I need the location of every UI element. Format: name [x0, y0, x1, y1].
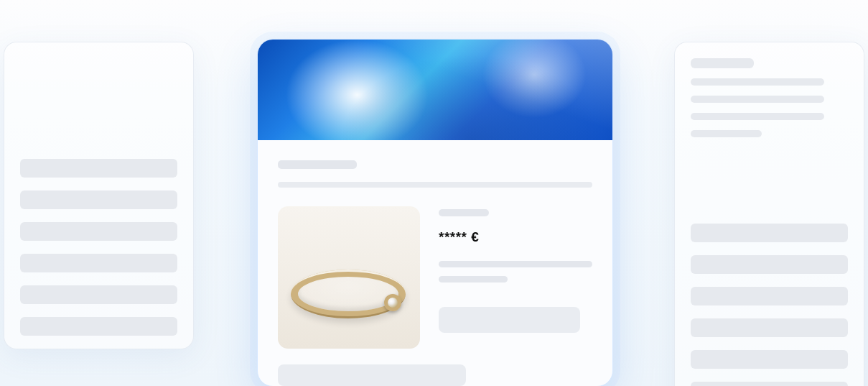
placeholder-line: [691, 96, 824, 103]
placeholder-row: [20, 317, 177, 336]
placeholder-line: [691, 78, 824, 86]
placeholder-row: [691, 287, 848, 305]
placeholder-subheading: [278, 182, 592, 188]
placeholder-row: [691, 382, 848, 386]
template-preview-right: [674, 42, 864, 386]
placeholder-row: [278, 364, 466, 386]
placeholder-row: [691, 224, 848, 242]
product-price: ***** €: [439, 229, 592, 245]
gem-icon: [384, 294, 401, 311]
placeholder-heading: [278, 160, 357, 169]
placeholder-row: [20, 190, 177, 209]
placeholder-row: [20, 222, 177, 241]
cta-button-placeholder[interactable]: [439, 307, 580, 333]
placeholder-product-name: [439, 209, 489, 216]
product-info: ***** €: [439, 206, 592, 349]
placeholder-row: [691, 255, 848, 274]
placeholder-row: [691, 350, 848, 369]
product-block: ***** €: [278, 206, 592, 349]
template-preview-left: [4, 42, 194, 349]
placeholder-line: [691, 130, 762, 137]
product-image: [278, 206, 420, 349]
template-preview-main[interactable]: ***** €: [257, 39, 613, 386]
placeholder-row: [20, 254, 177, 272]
placeholder-line: [439, 276, 508, 282]
placeholder-line: [439, 261, 592, 267]
email-body: ***** €: [258, 140, 612, 386]
placeholder-line: [691, 113, 824, 120]
placeholder-row: [691, 318, 848, 337]
placeholder-line: [691, 58, 754, 68]
placeholder-row: [20, 159, 177, 178]
ring-icon: [291, 270, 406, 318]
email-banner-image: [258, 40, 612, 140]
template-gallery: ***** €: [0, 0, 868, 386]
placeholder-row: [20, 285, 177, 304]
placeholder-group: [691, 58, 848, 137]
